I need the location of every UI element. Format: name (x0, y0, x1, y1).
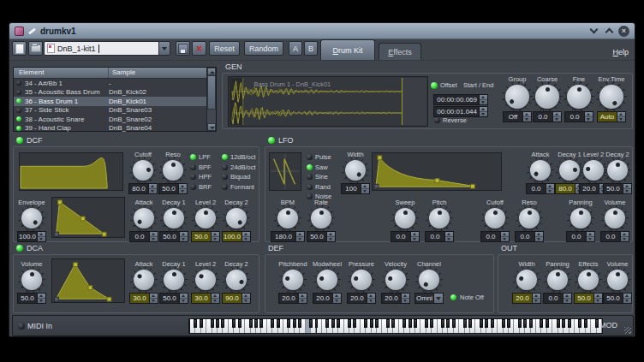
spin-buttons[interactable] (479, 107, 487, 116)
spin-buttons[interactable] (586, 232, 594, 241)
spin-buttons[interactable] (179, 232, 188, 241)
spin-buttons[interactable] (37, 232, 45, 241)
mod-label[interactable]: MOD (599, 321, 617, 329)
save-preset-button[interactable] (176, 41, 190, 56)
black-key[interactable] (425, 319, 428, 328)
lfo-decay2-knob[interactable] (607, 160, 628, 181)
lfo-bpm-spinbox[interactable]: 180.0 (271, 231, 305, 242)
offset-led[interactable] (431, 82, 438, 89)
spin-buttons[interactable] (500, 232, 509, 241)
spin-buttons[interactable] (178, 184, 187, 193)
waveform-display[interactable]: Bass Drum 1 - DnB_Kick01 (228, 76, 428, 127)
lfo-pitch-knob[interactable] (429, 208, 450, 228)
spin-buttons[interactable] (149, 294, 158, 303)
tab-effects[interactable]: Effects (379, 43, 421, 60)
spin-buttons[interactable] (242, 232, 250, 241)
dca-decay1-spinbox[interactable]: 50.0 (159, 293, 188, 304)
reset-button[interactable]: Reset (209, 41, 240, 56)
spin-buttons[interactable] (563, 294, 571, 303)
lfo-envelope-display[interactable] (372, 152, 502, 191)
lfo-rate-knob[interactable] (311, 208, 331, 228)
element-row-34[interactable]: 34 - A#/Bb 1 - (14, 79, 216, 88)
gen-group-spinbox[interactable]: Off (503, 111, 532, 122)
black-key[interactable] (430, 319, 433, 328)
spin-buttons[interactable] (149, 232, 158, 241)
spin-buttons[interactable] (326, 232, 335, 241)
gen-coarse-spinbox[interactable]: 0.0 (533, 111, 562, 122)
black-key[interactable] (523, 319, 527, 328)
lfo-rate-spinbox[interactable]: 50.0 (307, 231, 336, 242)
dcf-attack-knob[interactable] (134, 208, 154, 228)
gen-envtime-spinbox[interactable]: Auto (597, 111, 626, 122)
radio-rand[interactable]: Rand (307, 183, 331, 191)
dcf-decay2-spinbox[interactable]: 100.0 (222, 231, 251, 242)
black-key[interactable] (254, 319, 258, 328)
dca-decay2-spinbox[interactable]: 90.0 (222, 293, 251, 304)
dcf-led[interactable] (16, 137, 23, 144)
def-velocity-knob[interactable] (385, 270, 406, 290)
spin-buttons[interactable] (552, 112, 561, 122)
dca-attack-spinbox[interactable]: 30.0 (129, 293, 158, 304)
help-menu[interactable]: Help (612, 43, 629, 58)
lfo-panning-spinbox[interactable]: 0.0 (566, 231, 595, 242)
black-key[interactable] (507, 319, 510, 328)
def-modwheel-spinbox[interactable]: 20.0 (313, 293, 342, 304)
black-key[interactable] (211, 319, 214, 328)
delete-preset-button[interactable]: × (192, 41, 206, 56)
scroll-down-button[interactable] (207, 123, 216, 131)
spin-buttons[interactable] (623, 184, 631, 193)
radio-biquad[interactable]: Biquad (222, 173, 256, 181)
black-key[interactable] (386, 319, 390, 328)
gen-envtime-knob[interactable] (599, 85, 623, 109)
black-key[interactable] (370, 319, 373, 328)
element-row-37[interactable]: 37 - Side Stick DnB_Snare03 (14, 106, 216, 116)
black-key[interactable] (309, 319, 313, 328)
preset-dropdown-arrow[interactable] (158, 42, 170, 55)
def-pitchbend-spinbox[interactable]: 20.0 (278, 293, 307, 304)
def-velocity-spinbox[interactable]: 20.0 (381, 293, 410, 304)
offset-start-spinbox[interactable]: 00:00:00.069 (433, 94, 488, 105)
black-key[interactable] (287, 319, 290, 328)
lfo-decay1-knob[interactable] (559, 160, 580, 181)
black-key[interactable] (348, 319, 351, 328)
dcf-decay1-knob[interactable] (164, 208, 184, 228)
def-pressure-spinbox[interactable]: 20.0 (347, 293, 376, 304)
dcf-envelope-spinbox[interactable]: 100.0 (17, 231, 46, 242)
out-panning-knob[interactable] (547, 270, 568, 290)
lfo-volume-knob[interactable] (605, 208, 625, 228)
black-key[interactable] (293, 319, 296, 328)
maximize-button[interactable] (603, 25, 615, 37)
radio-formant[interactable]: Formant (222, 183, 256, 191)
black-key[interactable] (518, 319, 522, 328)
black-key[interactable] (557, 319, 560, 328)
black-key[interactable] (249, 319, 253, 328)
dca-level2-knob[interactable] (195, 270, 216, 290)
dcf-cutoff-spinbox[interactable]: 80.0 (128, 183, 158, 194)
spin-buttons[interactable] (584, 112, 593, 122)
tab-drum-kit[interactable]: Drum Kit (320, 39, 375, 60)
spin-buttons[interactable] (298, 294, 307, 303)
spin-buttons[interactable] (401, 294, 409, 303)
spin-buttons[interactable] (522, 112, 531, 122)
lfo-volume-spinbox[interactable]: 0.0 (600, 231, 629, 242)
reverse-checkbox[interactable] (434, 117, 440, 123)
out-volume-knob[interactable] (607, 270, 628, 290)
spin-buttons[interactable] (410, 232, 419, 241)
dca-envelope-display[interactable] (51, 258, 125, 303)
black-key[interactable] (221, 319, 224, 328)
lfo-width-spinbox[interactable]: 100 (341, 183, 370, 194)
random-button[interactable]: Random (244, 41, 283, 56)
def-channel-dropdown[interactable]: Omni (414, 293, 444, 304)
black-key[interactable] (452, 319, 456, 328)
black-key[interactable] (578, 319, 581, 328)
black-key[interactable] (402, 319, 406, 328)
filter-curve-display[interactable] (19, 152, 123, 191)
black-key[interactable] (562, 319, 565, 328)
black-key[interactable] (441, 319, 444, 328)
black-key[interactable] (391, 319, 395, 328)
lfo-cutoff-spinbox[interactable]: 0.0 (480, 231, 510, 242)
black-key[interactable] (194, 319, 197, 328)
element-row-35[interactable]: 35 - Acoustic Bass Drum DnB_Kick02 (14, 88, 216, 98)
resize-grip[interactable] (624, 327, 631, 334)
black-key[interactable] (595, 319, 599, 328)
